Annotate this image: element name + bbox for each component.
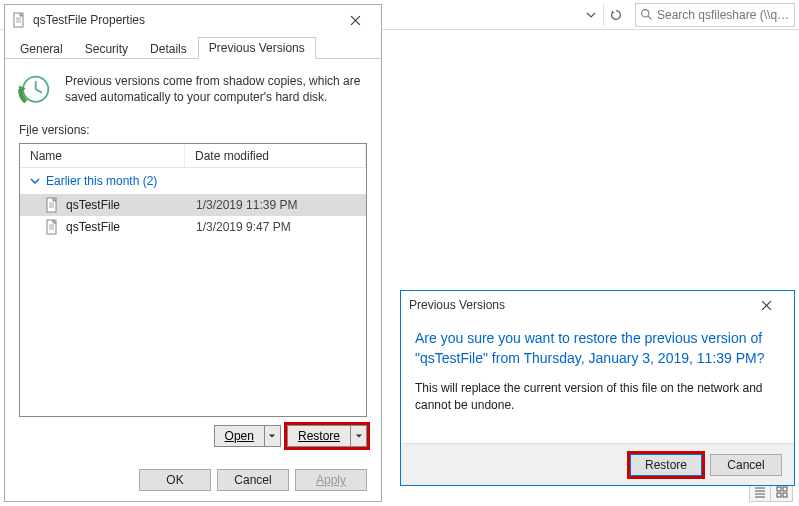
file-icon	[44, 197, 60, 213]
cancel-button[interactable]: Cancel	[217, 469, 289, 491]
versions-list: Name Date modified Earlier this month (2…	[19, 143, 367, 417]
confirm-sub-text: This will replace the current version of…	[415, 380, 780, 414]
action-buttons: Open Restore	[5, 417, 381, 451]
restore-button[interactable]: Restore	[287, 425, 367, 447]
file-icon	[44, 219, 60, 235]
clock-restore-icon	[15, 73, 51, 109]
svg-rect-9	[783, 493, 787, 497]
svg-rect-6	[777, 487, 781, 491]
col-name[interactable]: Name	[20, 144, 185, 167]
info-row: Previous versions come from shadow copie…	[5, 59, 381, 123]
tab-details[interactable]: Details	[139, 38, 198, 59]
group-header[interactable]: Earlier this month (2)	[20, 168, 366, 194]
file-date: 1/3/2019 11:39 PM	[196, 198, 297, 212]
close-icon[interactable]	[335, 6, 375, 34]
address-dropdown-icon[interactable]	[583, 4, 599, 26]
svg-line-1	[648, 16, 651, 19]
properties-dialog: qsTestFile Properties General Security D…	[4, 4, 382, 502]
chevron-down-icon	[30, 176, 40, 186]
group-label: Earlier this month (2)	[46, 174, 157, 188]
titlebar: qsTestFile Properties	[5, 5, 381, 35]
svg-rect-8	[777, 493, 781, 497]
search-placeholder: Search qsfileshare (\\qsstorag...	[657, 8, 790, 22]
chevron-down-icon[interactable]	[265, 425, 281, 447]
svg-rect-7	[783, 487, 787, 491]
confirm-dialog: Previous Versions Are you sure you want …	[400, 290, 795, 486]
list-header: Name Date modified	[20, 144, 366, 168]
apply-button: Apply	[295, 469, 367, 491]
search-icon	[640, 8, 653, 21]
tab-bar: General Security Details Previous Versio…	[5, 35, 381, 59]
confirm-restore-button[interactable]: Restore	[630, 454, 702, 476]
file-date: 1/3/2019 9:47 PM	[196, 220, 291, 234]
open-button[interactable]: Open	[214, 425, 281, 447]
tab-general[interactable]: General	[9, 38, 74, 59]
list-item[interactable]: qsTestFile 1/3/2019 9:47 PM	[20, 216, 366, 238]
col-date[interactable]: Date modified	[185, 144, 366, 167]
info-text: Previous versions come from shadow copie…	[65, 73, 367, 105]
confirm-main-text: Are you sure you want to restore the pre…	[415, 329, 780, 368]
confirm-title: Previous Versions	[409, 298, 746, 312]
chevron-down-icon[interactable]	[351, 425, 367, 447]
confirm-buttons: Restore Cancel	[401, 443, 794, 485]
confirm-titlebar: Previous Versions	[401, 291, 794, 319]
confirm-cancel-button[interactable]: Cancel	[710, 454, 782, 476]
close-icon[interactable]	[746, 292, 786, 318]
confirm-body: Are you sure you want to restore the pre…	[401, 319, 794, 424]
tab-previous-versions[interactable]: Previous Versions	[198, 37, 316, 59]
ok-button[interactable]: OK	[139, 469, 211, 491]
dialog-title: qsTestFile Properties	[33, 13, 335, 27]
file-name: qsTestFile	[66, 198, 196, 212]
svg-point-0	[642, 10, 649, 17]
tab-security[interactable]: Security	[74, 38, 139, 59]
search-input[interactable]: Search qsfileshare (\\qsstorag...	[635, 3, 795, 27]
file-name: qsTestFile	[66, 220, 196, 234]
refresh-icon[interactable]	[603, 4, 627, 26]
dialog-buttons: OK Cancel Apply	[5, 461, 381, 501]
file-icon	[11, 12, 27, 28]
file-versions-label: File versions:	[5, 123, 381, 137]
list-item[interactable]: qsTestFile 1/3/2019 11:39 PM	[20, 194, 366, 216]
